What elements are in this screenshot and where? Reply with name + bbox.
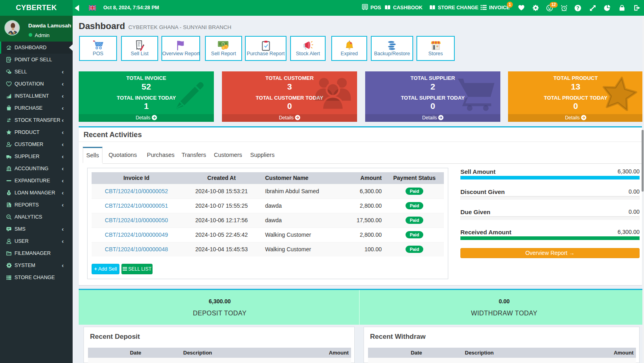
svg-text:$: $ (222, 42, 224, 46)
svg-text:$: $ (225, 46, 227, 49)
